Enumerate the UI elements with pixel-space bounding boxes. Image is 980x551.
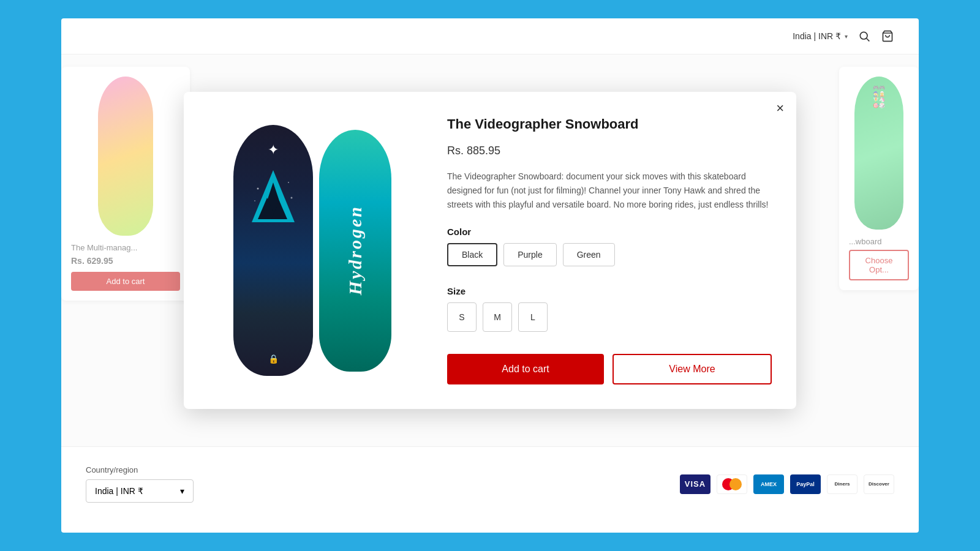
- search-icon[interactable]: [858, 29, 871, 43]
- discover-icon: Discover: [864, 474, 894, 494]
- amex-icon: AMEX: [753, 474, 784, 494]
- dark-snowboard: ✦: [233, 125, 313, 376]
- svg-point-8: [288, 182, 289, 183]
- country-region-label: Country/region: [86, 465, 194, 474]
- header-controls: India | INR ₹ ▾: [793, 29, 894, 43]
- size-options: S M L: [447, 302, 772, 332]
- color-black-button[interactable]: Black: [447, 243, 497, 266]
- page-content: The Multi-manag... Rs. 629.95 Add to car…: [61, 54, 919, 446]
- color-purple-button[interactable]: Purple: [503, 243, 556, 266]
- payment-icons: VISA AMEX PayPal Diners Discover: [680, 474, 894, 494]
- product-price: Rs. 885.95: [447, 144, 772, 157]
- country-chevron-icon: ▾: [180, 486, 184, 496]
- product-description: The Videographer Snowboard: document you…: [447, 170, 772, 212]
- size-section: Size S M L: [447, 286, 772, 344]
- action-buttons: Add to cart View More: [447, 354, 772, 384]
- close-button[interactable]: ×: [776, 102, 784, 115]
- paypal-icon: PayPal: [790, 474, 821, 494]
- svg-line-1: [867, 39, 870, 42]
- header: India | INR ₹ ▾: [61, 18, 919, 54]
- country-select[interactable]: India | INR ₹ ▾: [86, 479, 194, 503]
- mountain-svg: [246, 164, 301, 231]
- country-value: India | INR ₹: [95, 486, 143, 496]
- currency-selector[interactable]: India | INR ₹ ▾: [793, 31, 848, 41]
- star-icon: ✦: [268, 142, 279, 158]
- view-more-button[interactable]: View More: [612, 354, 772, 384]
- size-s-button[interactable]: S: [447, 302, 477, 332]
- mastercard-icon: [717, 474, 747, 494]
- footer-country: Country/region India | INR ₹ ▾: [86, 465, 194, 503]
- chevron-down-icon: ▾: [845, 33, 848, 40]
- color-label: Color: [447, 227, 772, 237]
- add-to-cart-button[interactable]: Add to cart: [447, 354, 604, 384]
- modal-overlay: × ✦: [61, 54, 919, 446]
- color-green-button[interactable]: Green: [563, 243, 615, 266]
- cart-icon[interactable]: [881, 29, 894, 43]
- snowboard-text: Hydrogen: [345, 205, 366, 295]
- currency-label: India | INR ₹: [793, 31, 841, 41]
- diners-icon: Diners: [827, 474, 858, 494]
- size-m-button[interactable]: M: [483, 302, 512, 332]
- svg-point-10: [291, 197, 293, 199]
- svg-point-9: [254, 200, 255, 201]
- size-label: Size: [447, 286, 772, 296]
- svg-point-7: [257, 188, 259, 190]
- snowboards-container: ✦: [233, 122, 391, 379]
- modal-image-section: ✦: [208, 116, 417, 384]
- visa-icon: VISA: [680, 474, 710, 494]
- size-l-button[interactable]: L: [518, 302, 548, 332]
- color-section: Color Black Purple Green: [447, 227, 772, 276]
- svg-point-0: [860, 32, 867, 39]
- color-options: Black Purple Green: [447, 243, 772, 266]
- footer: Country/region India | INR ₹ ▾ VISA AMEX…: [61, 446, 919, 521]
- lock-icon: 🔒: [268, 354, 279, 364]
- product-title: The Videographer Snowboard: [447, 116, 772, 132]
- modal: × ✦: [184, 92, 796, 409]
- teal-snowboard: Hydrogen: [319, 130, 391, 372]
- page-container: India | INR ₹ ▾ The Multi-m: [61, 18, 919, 533]
- modal-content-section: The Videographer Snowboard Rs. 885.95 Th…: [447, 116, 772, 384]
